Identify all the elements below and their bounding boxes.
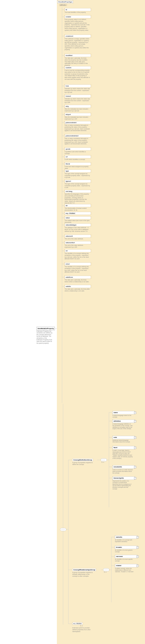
cdg-child-desc: Additional natural language information … xyxy=(113,440,133,443)
attr-label: valuedatatype xyxy=(65,224,91,226)
expand-toggle[interactable]: + xyxy=(137,556,139,558)
attr-desc: Indicates by which means the value was e… xyxy=(65,88,90,93)
any-bottom-card: 0..∞ xyxy=(80,625,83,626)
attr-label: creator xyxy=(65,15,91,18)
crg-child-label: sameAs xyxy=(115,536,137,539)
attr-label: validfrom xyxy=(65,276,91,279)
cdg-child-desc: A link to an item or a web resource whic… xyxy=(113,469,133,474)
attr-label: how xyxy=(65,84,91,88)
attr-desc: A free-text value assigned as property v… xyxy=(65,166,90,170)
attr-label: uri xyxy=(65,155,91,158)
branch-spine xyxy=(68,460,68,624)
cdg-child-desc: A natural language name for the concept. xyxy=(113,415,133,418)
attr-desc: The unit of the value attribute. xyxy=(65,238,90,240)
attr-desc: One or many constraints that apply to pu… xyxy=(65,138,90,145)
expand-toggle[interactable]: + xyxy=(137,565,139,567)
crg-cardinality: 0..∞ xyxy=(104,571,107,573)
any-bottom: any ##other xyxy=(72,622,83,625)
attr-pubconstraint: pubconstraintOne or many constraints tha… xyxy=(65,121,91,132)
cdg-child-definition: definitionA natural language definition … xyxy=(113,420,135,430)
attr-desc: The date (and, optionally, the time) aft… xyxy=(65,288,90,292)
expand-toggle[interactable]: + xyxy=(134,420,136,422)
crg-child-related: relatedA related concept, where the rela… xyxy=(115,564,137,572)
cdg-seq-out xyxy=(106,460,109,460)
cdg-desc: A group of properties required to define… xyxy=(72,462,94,466)
attr-desc: Why the metadata has been included - exp… xyxy=(65,116,90,120)
attr-label: howuri xyxy=(65,94,91,98)
crg-child-sameAs: sameAsAn identifier of a concept with eq… xyxy=(115,536,137,542)
attr-label: xml:lang xyxy=(65,190,91,193)
attr-desc: The identifier of a concept defining the… xyxy=(65,253,90,260)
cdg-child-remoteInfo: remoteInfoA link to an item or a web res… xyxy=(113,465,135,474)
expand-toggle[interactable]: + xyxy=(137,546,139,548)
expand-toggle[interactable]: + xyxy=(134,477,136,480)
attr-desc: If set to true the corresponding propert… xyxy=(65,70,90,80)
crg-child-label: broader xyxy=(115,546,137,549)
attr-id: idThe local identifier of the property. xyxy=(65,8,91,14)
attr-rel: relThe identifier of a concept defining … xyxy=(65,249,91,260)
cdg-sequence xyxy=(101,458,107,462)
attr-label: typeuri xyxy=(65,180,91,183)
crg-child-desc: An identifier of a more generic concept. xyxy=(115,550,135,553)
cdg-child-hierarchyInfo: hierarchyInfoRepresents the position of … xyxy=(113,476,135,490)
attr-desc: The directionality of textual content (e… xyxy=(65,208,90,211)
cdg-child-label: facet xyxy=(113,446,135,449)
attr-label: modified xyxy=(65,54,91,57)
crg-child-label: related xyxy=(115,564,137,567)
root-element: itemMetaExtProperty xyxy=(36,327,55,330)
any-bottom-ns: ##other xyxy=(76,623,82,624)
attr-desc: The date (and, optionally, the time) whe… xyxy=(65,58,90,66)
concept-relationships-group: ConceptRelationshipsGroup xyxy=(72,568,96,571)
main-seq-spine xyxy=(63,404,63,625)
attr-modified: modifiedThe date (and, optionally, the t… xyxy=(65,54,91,66)
attrs-spine xyxy=(62,7,62,403)
attr-label: id xyxy=(65,8,91,11)
cdg-out xyxy=(97,460,101,460)
expand-toggle[interactable]: + xyxy=(134,447,136,449)
crg-child-desc: An identifier of a more specific concept… xyxy=(115,558,135,562)
cdg-child-label: definition xyxy=(113,420,135,423)
attr-label: type xyxy=(65,170,91,172)
attr-label: whyuri xyxy=(65,113,91,116)
expand-toggle[interactable]: + xyxy=(134,436,136,439)
attr-label: qcode xyxy=(65,148,91,150)
crg-in xyxy=(68,570,72,570)
crg-child-narrower: narrowerAn identifier of a more specific… xyxy=(115,555,137,562)
cdg-child-desc: Represents the position of a concept in … xyxy=(113,480,133,490)
attr-reluri: reluriThe identifier of a concept defini… xyxy=(65,262,91,273)
attr-valuedatatype: valuedatatypeThe datatype of the value a… xyxy=(65,224,91,232)
attr-desc: Indicates by which means the value was e… xyxy=(65,98,90,103)
attr-value: valueThe related value (see more in the … xyxy=(65,216,91,224)
cdg-child-desc: A natural language definition of the sem… xyxy=(113,423,133,430)
cdg-child-label: note xyxy=(113,436,135,439)
cdg-spine xyxy=(109,413,109,507)
crg-out xyxy=(101,570,103,570)
attr-label: custom xyxy=(65,66,91,69)
cdg-in xyxy=(68,460,72,460)
attr-label: pubconstraint xyxy=(65,121,91,124)
root-desc: Extension Property; the semantics are de… xyxy=(36,330,53,344)
attr-desc: The type of the concept assigned as cont… xyxy=(65,173,90,178)
attr-qcode: qcodeA qualified code which identifies a… xyxy=(65,148,91,155)
attr-desc: A URI which identifies a concept. xyxy=(65,159,90,160)
attr-validfrom: validfromThe date (and, optionally, the … xyxy=(65,276,91,283)
attr-label: rel xyxy=(65,249,91,252)
expand-toggle[interactable]: + xyxy=(134,466,136,468)
cdg-child-facet: facetIn NAR 1.8 and later, facet is depr… xyxy=(113,446,135,459)
attr-literal: literalA free-text value assigned as pro… xyxy=(65,162,91,170)
attr-desc: The date (and, optionally, the time) bef… xyxy=(65,279,90,283)
attr-label: creatoruri xyxy=(65,34,91,38)
cdg-child-name: nameA natural language name for the conc… xyxy=(113,411,135,418)
attr-desc: The datatype of the value attribute – it… xyxy=(65,227,90,232)
attr-label: value xyxy=(65,216,91,219)
attr-desc: If the attribute is empty, specifies whi… xyxy=(65,38,90,50)
expand-toggle[interactable]: + xyxy=(134,412,136,414)
root-name: itemMetaExtProperty xyxy=(38,328,54,330)
attr-desc: If the property value is not defined, sp… xyxy=(65,19,90,31)
attr-howuri: howuriIndicates by which means the value… xyxy=(65,94,91,103)
expand-toggle[interactable]: + xyxy=(137,536,139,538)
attr-desc: A qualified code which identifies a conc… xyxy=(65,151,90,155)
cdg-child-label: name xyxy=(113,411,135,414)
any-ns: ##other xyxy=(69,212,76,214)
any-bottom-desc: Extension point for provider-defined pro… xyxy=(72,627,94,632)
